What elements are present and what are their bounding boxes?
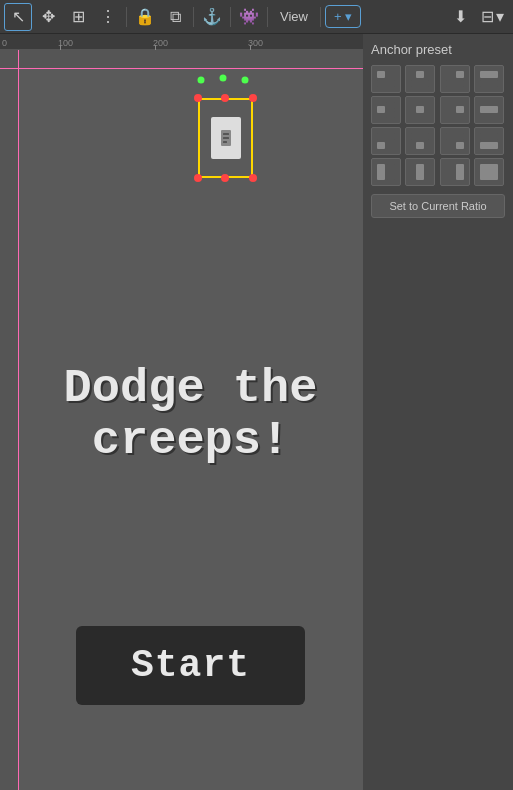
grid-icon: ⊟ bbox=[481, 7, 494, 26]
grid-display-btn[interactable]: ⊟ ▾ bbox=[476, 4, 509, 29]
svg-rect-17 bbox=[480, 106, 498, 113]
view-button[interactable]: View bbox=[272, 5, 316, 28]
svg-rect-3 bbox=[223, 141, 227, 143]
svg-rect-1 bbox=[223, 133, 229, 135]
canvas-area: 0 100 200 300 bbox=[0, 34, 363, 790]
set-ratio-button[interactable]: Set to Current Ratio bbox=[371, 194, 505, 218]
handle-top-center[interactable] bbox=[221, 94, 229, 102]
grid-tool-icon[interactable]: ⊞ bbox=[64, 3, 92, 31]
slice-icon[interactable]: ⧉ bbox=[161, 3, 189, 31]
anchor-full[interactable] bbox=[474, 158, 504, 186]
svg-rect-19 bbox=[377, 133, 395, 140]
separator-2 bbox=[193, 7, 194, 27]
svg-rect-2 bbox=[223, 137, 229, 139]
handle-top-right[interactable] bbox=[249, 94, 257, 102]
anchor-right-tall[interactable] bbox=[440, 158, 470, 186]
anchor-middle-right[interactable] bbox=[440, 96, 470, 124]
download-icon[interactable]: ⬇ bbox=[446, 3, 474, 31]
anchor-grid bbox=[371, 65, 505, 186]
anchor-icon[interactable]: ⚓ bbox=[198, 3, 226, 31]
svg-rect-10 bbox=[480, 71, 498, 78]
game-title: Dodge the creeps! bbox=[18, 363, 363, 466]
add-label: ▾ bbox=[345, 9, 352, 24]
svg-rect-26 bbox=[377, 164, 385, 180]
toolbar: ↖ ✥ ⊞ ⋮ 🔒 ⧉ ⚓ 👾 View + ▾ ⬇ ⊟ ▾ bbox=[0, 0, 513, 34]
handle-bottom-right[interactable] bbox=[249, 174, 257, 182]
anchor-dot-top-left bbox=[198, 77, 205, 84]
svg-rect-5 bbox=[377, 80, 395, 87]
anchor-bottom-right[interactable] bbox=[440, 127, 470, 155]
game-background: Dodge the creeps! Start bbox=[18, 68, 363, 790]
anchor-middle-left[interactable] bbox=[371, 96, 401, 124]
svg-rect-6 bbox=[416, 71, 424, 78]
svg-rect-15 bbox=[416, 106, 424, 113]
svg-rect-12 bbox=[377, 106, 385, 113]
anchor-top-center[interactable] bbox=[405, 65, 435, 93]
right-panel: Anchor preset bbox=[363, 34, 513, 790]
svg-rect-27 bbox=[387, 164, 395, 180]
svg-rect-11 bbox=[480, 80, 498, 87]
separator-1 bbox=[126, 7, 127, 27]
svg-rect-30 bbox=[480, 164, 498, 180]
svg-rect-18 bbox=[377, 142, 385, 149]
guide-line-vertical bbox=[18, 50, 19, 790]
svg-rect-4 bbox=[377, 71, 385, 78]
sprite-icon bbox=[211, 117, 241, 159]
plus-icon: + bbox=[334, 9, 342, 24]
anchor-center-tall[interactable] bbox=[405, 158, 435, 186]
sprite-border bbox=[198, 98, 253, 178]
handle-bottom-left[interactable] bbox=[194, 174, 202, 182]
separator-4 bbox=[267, 7, 268, 27]
svg-rect-8 bbox=[456, 71, 464, 78]
svg-rect-20 bbox=[416, 142, 424, 149]
svg-rect-24 bbox=[480, 142, 498, 149]
svg-rect-29 bbox=[456, 164, 464, 180]
main-layout: 0 100 200 300 bbox=[0, 34, 513, 790]
handle-bottom-center[interactable] bbox=[221, 174, 229, 182]
svg-rect-9 bbox=[446, 80, 464, 87]
svg-rect-13 bbox=[386, 102, 395, 109]
start-button-container: Start bbox=[18, 626, 363, 705]
svg-rect-23 bbox=[446, 133, 464, 140]
ruler-tick-100: 100 bbox=[58, 38, 73, 48]
game-title-line2: creeps! bbox=[92, 414, 289, 467]
guide-line-horizontal bbox=[0, 68, 363, 69]
anchor-top-stretch[interactable] bbox=[474, 65, 504, 93]
anchor-dot-top-right bbox=[242, 77, 249, 84]
select-tool-icon[interactable]: ↖ bbox=[4, 3, 32, 31]
godot-logo-icon[interactable]: 👾 bbox=[235, 3, 263, 31]
anchor-bottom-full[interactable] bbox=[474, 127, 504, 155]
ruler-tick-0: 0 bbox=[2, 38, 7, 48]
anchor-preset-panel: Anchor preset bbox=[363, 34, 513, 226]
svg-rect-21 bbox=[411, 133, 429, 140]
add-button[interactable]: + ▾ bbox=[325, 5, 361, 28]
anchor-top-right[interactable] bbox=[440, 65, 470, 93]
anchor-bottom-left[interactable] bbox=[371, 127, 401, 155]
more-options-icon[interactable]: ⋮ bbox=[94, 3, 122, 31]
anchor-bottom-center[interactable] bbox=[405, 127, 435, 155]
anchor-left-tall[interactable] bbox=[371, 158, 401, 186]
anchor-middle-stretch[interactable] bbox=[474, 96, 504, 124]
grid-arrow: ▾ bbox=[496, 7, 504, 26]
svg-rect-7 bbox=[411, 80, 429, 87]
game-title-line1: Dodge the bbox=[64, 362, 318, 415]
svg-rect-14 bbox=[386, 111, 395, 118]
ruler-tick-200: 200 bbox=[153, 38, 168, 48]
separator-5 bbox=[320, 7, 321, 27]
sprite-object[interactable] bbox=[193, 88, 258, 188]
game-canvas-area: Dodge the creeps! Start bbox=[0, 50, 363, 790]
anchor-dot-top bbox=[220, 75, 227, 82]
separator-3 bbox=[230, 7, 231, 27]
start-button[interactable]: Start bbox=[76, 626, 305, 705]
hand-tool-icon[interactable]: ✥ bbox=[34, 3, 62, 31]
svg-rect-25 bbox=[480, 133, 498, 140]
svg-rect-28 bbox=[416, 164, 424, 180]
handle-top-left[interactable] bbox=[194, 94, 202, 102]
anchor-middle-center[interactable] bbox=[405, 96, 435, 124]
anchor-preset-title: Anchor preset bbox=[371, 42, 505, 57]
ruler: 0 100 200 300 bbox=[0, 34, 363, 50]
ruler-tick-300: 300 bbox=[248, 38, 263, 48]
lock-icon[interactable]: 🔒 bbox=[131, 3, 159, 31]
svg-rect-16 bbox=[456, 106, 464, 113]
anchor-top-left[interactable] bbox=[371, 65, 401, 93]
